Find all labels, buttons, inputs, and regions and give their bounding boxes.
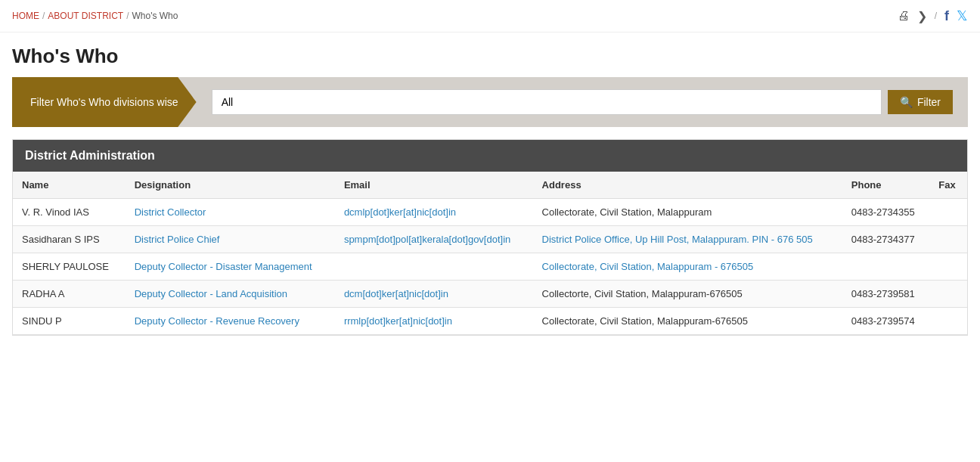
cell-email[interactable]: dcm[dot]ker[at]nic[dot]in: [335, 281, 533, 308]
cell-designation[interactable]: Deputy Collector - Land Acquisition: [126, 281, 335, 308]
cell-name: V. R. Vinod IAS: [13, 199, 126, 226]
table-row: SHERLY PAULOSEDeputy Collector - Disaste…: [13, 253, 967, 281]
cell-name: RADHA A: [13, 281, 126, 308]
breadcrumb-home[interactable]: HOME: [12, 11, 39, 21]
table-header-row: Name Designation Email Address Phone Fax: [13, 172, 967, 199]
print-icon[interactable]: 🖨: [898, 9, 910, 23]
cell-fax: [929, 281, 967, 308]
cell-address: Collectorate, Civil Station, Malappuram: [533, 199, 842, 226]
cell-email: [335, 253, 533, 281]
filter-input-section: 🔍 Filter: [197, 77, 968, 127]
cell-address: Collectorte, Civil Station, Malappuram-6…: [533, 281, 842, 308]
search-icon: 🔍: [900, 96, 913, 108]
cell-phone: 0483-2739574: [842, 308, 929, 335]
breadcrumb-sep-1: /: [42, 11, 45, 21]
table-row: RADHA ADeputy Collector - Land Acquisiti…: [13, 281, 967, 308]
cell-phone: [842, 253, 929, 281]
col-designation: Designation: [126, 172, 335, 199]
col-phone: Phone: [842, 172, 929, 199]
section-title: District Administration: [13, 140, 967, 172]
cell-name: Sasidharan S IPS: [13, 226, 126, 253]
breadcrumb-actions: 🖨 ❯ / f 𝕏: [898, 8, 968, 24]
filter-button[interactable]: 🔍 Filter: [888, 90, 953, 114]
cell-name: SINDU P: [13, 308, 126, 335]
col-name: Name: [13, 172, 126, 199]
col-email: Email: [335, 172, 533, 199]
cell-designation[interactable]: District Police Chief: [126, 226, 335, 253]
filter-label: Filter Who's Who divisions wise: [12, 77, 197, 127]
cell-designation[interactable]: Deputy Collector - Disaster Management: [126, 253, 335, 281]
table-row: SINDU PDeputy Collector - Revenue Recove…: [13, 308, 967, 335]
facebook-icon[interactable]: f: [944, 8, 949, 24]
cell-address: Collectorate, Civil Station, Malappuram-…: [533, 308, 842, 335]
district-admin-table: Name Designation Email Address Phone Fax…: [13, 172, 967, 335]
cell-phone: 0483-2734355: [842, 199, 929, 226]
cell-phone: 0483-2739581: [842, 281, 929, 308]
cell-designation[interactable]: Deputy Collector - Revenue Recovery: [126, 308, 335, 335]
cell-fax: [929, 199, 967, 226]
cell-address[interactable]: Collectorate, Civil Station, Malappuram …: [533, 253, 842, 281]
cell-fax: [929, 308, 967, 335]
table-row: V. R. Vinod IASDistrict Collectordcmlp[d…: [13, 199, 967, 226]
filter-bar: Filter Who's Who divisions wise 🔍 Filter: [12, 77, 968, 127]
page-title: Who's Who: [0, 33, 980, 77]
cell-designation[interactable]: District Collector: [126, 199, 335, 226]
share-icon[interactable]: ❯: [917, 9, 927, 23]
breadcrumb-sep-2: /: [126, 11, 129, 21]
breadcrumb: HOME / ABOUT DISTRICT / Who's Who 🖨 ❯ / …: [0, 0, 980, 33]
col-address: Address: [533, 172, 842, 199]
cell-phone: 0483-2734377: [842, 226, 929, 253]
breadcrumb-about[interactable]: ABOUT DISTRICT: [48, 11, 123, 21]
cell-address[interactable]: District Police Office, Up Hill Post, Ma…: [533, 226, 842, 253]
district-admin-section: District Administration Name Designation…: [12, 139, 968, 336]
col-fax: Fax: [929, 172, 967, 199]
cell-email[interactable]: dcmlp[dot]ker[at]nic[dot]in: [335, 199, 533, 226]
cell-email[interactable]: spmpm[dot]pol[at]kerala[dot]gov[dot]in: [335, 226, 533, 253]
cell-fax: [929, 226, 967, 253]
cell-name: SHERLY PAULOSE: [13, 253, 126, 281]
breadcrumb-current: Who's Who: [132, 11, 178, 21]
table-row: Sasidharan S IPSDistrict Police Chiefspm…: [13, 226, 967, 253]
filter-input[interactable]: [212, 89, 882, 115]
cell-fax: [929, 253, 967, 281]
cell-email[interactable]: rrmlp[dot]ker[at]nic[dot]in: [335, 308, 533, 335]
twitter-icon[interactable]: 𝕏: [957, 8, 968, 24]
